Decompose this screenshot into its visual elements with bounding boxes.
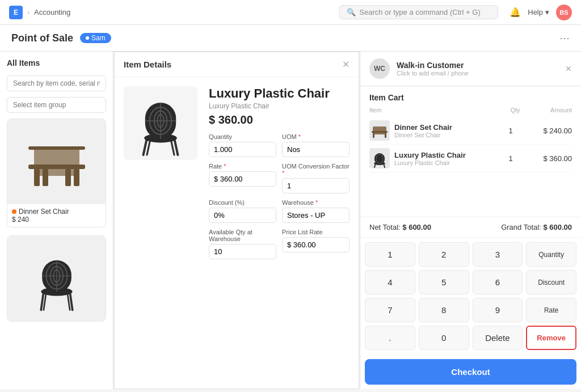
customer-close-button[interactable]: ✕	[565, 64, 572, 73]
search-icon: 🔍	[347, 8, 356, 16]
app-name: Accounting	[34, 8, 70, 16]
list-item[interactable]	[7, 235, 106, 322]
user-name: Sam	[91, 34, 106, 42]
numpad-key-8[interactable]: 8	[419, 298, 469, 322]
cart-item-amount: $ 360.00	[527, 154, 572, 163]
table-row[interactable]: Luxury Plastic Chair Luxury Plastic Chai…	[369, 145, 572, 172]
breadcrumb-chevron: ›	[27, 9, 30, 16]
svg-rect-29	[373, 127, 386, 134]
uom-conv-input[interactable]	[282, 178, 350, 193]
cart-item-qty: 1	[499, 127, 522, 135]
rate-label: Rate *	[209, 163, 276, 170]
quantity-input[interactable]	[209, 142, 276, 157]
numpad-key-.[interactable]: .	[365, 326, 415, 350]
numpad-key-delete[interactable]: Delete	[473, 326, 523, 350]
close-button[interactable]: ✕	[342, 59, 350, 70]
item-price-large: $ 360.00	[209, 113, 350, 127]
app-logo[interactable]: E	[9, 6, 23, 19]
numpad-key-2[interactable]: 2	[419, 242, 469, 267]
cart-item-image	[369, 148, 390, 168]
top-nav: E › Accounting 🔍 Search or type a comman…	[0, 0, 581, 25]
checkout-button[interactable]: Checkout	[365, 359, 576, 385]
right-panel: WC Walk-in Customer Click to add email /…	[360, 52, 581, 389]
customer-avatar: WC	[369, 58, 390, 79]
item-detail-image	[124, 86, 197, 160]
cart-section: Item Cart Item Qty Amount Dinner Set	[360, 86, 581, 217]
svg-rect-2	[34, 169, 40, 186]
svg-rect-32	[385, 133, 386, 138]
svg-rect-6	[28, 146, 85, 150]
discount-input[interactable]	[209, 208, 276, 223]
help-button[interactable]: Help ▾	[528, 8, 549, 16]
svg-rect-4	[43, 169, 48, 186]
cart-item-sub: Dinner Set Chair	[394, 132, 495, 138]
item-name: Dinner Set Chair	[19, 208, 69, 216]
cart-item-info: Luxury Plastic Chair Luxury Plastic Chai…	[394, 151, 495, 166]
quantity-label: Quantity	[209, 133, 276, 140]
table-row[interactable]: Dinner Set Chair Dinner Set Chair 1 $ 24…	[369, 117, 572, 145]
customer-bar: WC Walk-in Customer Click to add email /…	[360, 52, 581, 86]
svg-rect-0	[34, 147, 79, 176]
item-image-dinner-chair	[7, 119, 106, 204]
warehouse-input[interactable]	[282, 208, 350, 223]
item-form: Quantity UOM * Rate * UOM Conversion Fac…	[209, 133, 350, 259]
item-name-large: Luxury Plastic Chair	[209, 86, 350, 101]
uom-input[interactable]	[282, 142, 350, 157]
numpad-key-5[interactable]: 5	[419, 270, 469, 294]
discount-label: Discount (%)	[209, 199, 276, 206]
avail-qty-input[interactable]	[209, 244, 276, 259]
price-list-label: Price List Rate	[282, 229, 350, 235]
cart-item-name: Dinner Set Chair	[394, 123, 495, 132]
center-header: Item Details ✕	[115, 52, 359, 77]
svg-line-19	[174, 138, 178, 155]
global-search[interactable]: 🔍 Search or type a command (Ctrl + G)	[339, 5, 498, 19]
warehouse-label: Warehouse *	[282, 199, 350, 206]
item-search-input[interactable]	[7, 75, 106, 91]
numpad-key-0[interactable]: 0	[419, 326, 469, 350]
uom-label: UOM *	[282, 133, 350, 140]
all-items-title: All Items	[7, 58, 106, 68]
center-panel-title: Item Details	[124, 60, 171, 69]
item-sub-name: Luxury Plastic Chair	[209, 102, 350, 110]
price-list-input[interactable]	[282, 237, 350, 252]
rate-input[interactable]	[209, 171, 276, 187]
numpad-key-6[interactable]: 6	[473, 270, 523, 294]
top-nav-right: 🔔 Help ▾ BS	[510, 5, 572, 20]
customer-info: Walk-in Customer Click to add email / ph…	[397, 61, 558, 77]
numpad-key-4[interactable]: 4	[365, 270, 415, 294]
page-title: Point of Sale	[11, 32, 73, 44]
customer-sub[interactable]: Click to add email / phone	[397, 70, 558, 77]
numpad-key-1[interactable]: 1	[365, 242, 415, 267]
cart-title: Item Cart	[369, 93, 572, 102]
numpad-key-7[interactable]: 7	[365, 298, 415, 322]
svg-rect-31	[373, 133, 374, 138]
numpad-key-3[interactable]: 3	[473, 242, 523, 267]
numpad-key-remove[interactable]: Remove	[526, 326, 576, 350]
svg-rect-3	[74, 169, 79, 186]
uom-conv-label: UOM Conversion Factor *	[282, 163, 350, 176]
rate-field: Rate *	[209, 163, 276, 193]
net-total: Net Total: $ 600.00	[369, 223, 431, 231]
bell-icon[interactable]: 🔔	[510, 7, 521, 18]
customer-name: Walk-in Customer	[397, 61, 558, 70]
numpad-key-rate[interactable]: Rate	[526, 298, 576, 322]
numpad-key-discount[interactable]: Discount	[526, 270, 576, 294]
cart-header: Item Qty Amount	[369, 107, 572, 113]
avail-qty-field: Available Qty at Warehouse	[209, 229, 276, 259]
price-list-field: Price List Rate	[282, 229, 350, 259]
page-menu-button[interactable]: ⋯	[559, 32, 570, 44]
item-image-plastic-chair	[7, 236, 106, 321]
cart-item-info: Dinner Set Chair Dinner Set Chair	[394, 123, 495, 138]
numpad-key-9[interactable]: 9	[473, 298, 523, 322]
list-item[interactable]: Dinner Set Chair $ 240	[7, 119, 106, 227]
item-details: Luxury Plastic Chair Luxury Plastic Chai…	[209, 86, 350, 380]
cart-totals: Net Total: $ 600.00 Grand Total: $ 600.0…	[360, 217, 581, 237]
user-badge[interactable]: Sam	[80, 33, 111, 43]
svg-line-18	[144, 138, 147, 155]
numpad-key-quantity[interactable]: Quantity	[526, 242, 576, 267]
uom-conv-field: UOM Conversion Factor *	[282, 163, 350, 193]
item-group-select[interactable]	[7, 97, 106, 113]
cart-item-qty: 1	[499, 154, 522, 163]
avatar[interactable]: BS	[556, 5, 572, 20]
svg-rect-5	[65, 169, 71, 186]
